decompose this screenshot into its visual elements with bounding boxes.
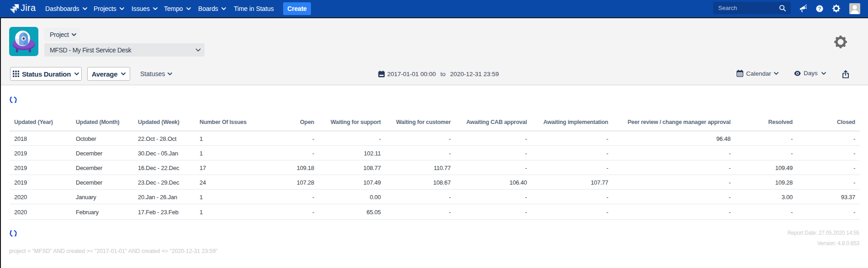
svg-text:?: ? — [818, 6, 821, 11]
